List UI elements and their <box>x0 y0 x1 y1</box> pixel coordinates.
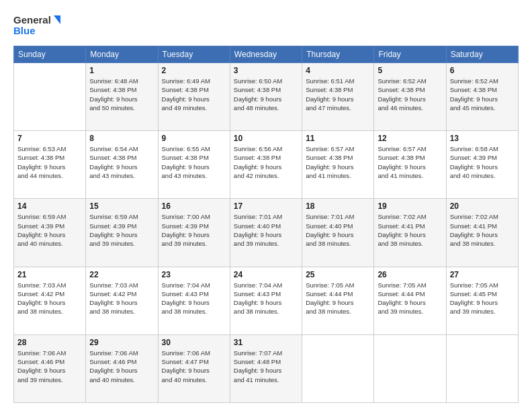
day-number: 30 <box>162 338 226 347</box>
day-number: 24 <box>234 270 298 279</box>
svg-marker-2 <box>54 15 60 24</box>
day-number: 31 <box>234 338 298 347</box>
day-number: 5 <box>378 66 442 75</box>
day-number: 1 <box>89 66 154 75</box>
calendar-cell: 9Sunrise: 6:55 AM Sunset: 4:38 PM Daylig… <box>158 131 230 199</box>
calendar-cell: 4Sunrise: 6:51 AM Sunset: 4:38 PM Daylig… <box>302 63 374 131</box>
day-info: Sunrise: 7:06 AM Sunset: 4:46 PM Dayligh… <box>89 349 154 384</box>
day-info: Sunrise: 7:06 AM Sunset: 4:46 PM Dayligh… <box>17 349 82 384</box>
calendar-cell <box>446 334 518 402</box>
weekday-wednesday: Wednesday <box>230 46 302 63</box>
day-info: Sunrise: 7:06 AM Sunset: 4:47 PM Dayligh… <box>162 349 226 384</box>
week-row-4: 21Sunrise: 7:03 AM Sunset: 4:42 PM Dayli… <box>14 267 519 334</box>
day-number: 3 <box>234 66 298 75</box>
calendar-cell: 13Sunrise: 6:58 AM Sunset: 4:39 PM Dayli… <box>446 131 518 199</box>
calendar-cell: 25Sunrise: 7:05 AM Sunset: 4:44 PM Dayli… <box>302 267 374 334</box>
day-number: 11 <box>306 134 370 143</box>
day-info: Sunrise: 6:58 AM Sunset: 4:39 PM Dayligh… <box>450 144 515 180</box>
weekday-sunday: Sunday <box>14 46 86 63</box>
calendar-cell: 15Sunrise: 6:59 AM Sunset: 4:39 PM Dayli… <box>86 199 158 267</box>
calendar-cell: 17Sunrise: 7:01 AM Sunset: 4:40 PM Dayli… <box>230 199 302 267</box>
calendar-cell: 16Sunrise: 7:00 AM Sunset: 4:39 PM Dayli… <box>158 199 230 267</box>
day-info: Sunrise: 7:00 AM Sunset: 4:39 PM Dayligh… <box>162 212 226 248</box>
day-info: Sunrise: 6:53 AM Sunset: 4:38 PM Dayligh… <box>17 144 82 180</box>
day-number: 20 <box>450 201 515 211</box>
day-number: 4 <box>306 66 370 75</box>
day-number: 14 <box>17 201 82 211</box>
day-info: Sunrise: 6:50 AM Sunset: 4:38 PM Dayligh… <box>234 77 298 112</box>
weekday-tuesday: Tuesday <box>158 46 230 63</box>
calendar-cell: 22Sunrise: 7:03 AM Sunset: 4:42 PM Dayli… <box>86 267 158 334</box>
day-number: 21 <box>17 270 82 279</box>
day-info: Sunrise: 7:05 AM Sunset: 4:44 PM Dayligh… <box>378 281 442 316</box>
calendar-cell: 14Sunrise: 6:59 AM Sunset: 4:39 PM Dayli… <box>14 199 86 267</box>
day-number: 6 <box>450 66 515 75</box>
svg-text:General: General <box>13 14 51 26</box>
week-row-3: 14Sunrise: 6:59 AM Sunset: 4:39 PM Dayli… <box>14 199 519 267</box>
day-info: Sunrise: 6:57 AM Sunset: 4:38 PM Dayligh… <box>306 144 370 180</box>
day-info: Sunrise: 6:52 AM Sunset: 4:38 PM Dayligh… <box>378 77 442 112</box>
calendar-cell: 30Sunrise: 7:06 AM Sunset: 4:47 PM Dayli… <box>158 334 230 402</box>
day-info: Sunrise: 7:04 AM Sunset: 4:43 PM Dayligh… <box>234 281 298 316</box>
day-info: Sunrise: 7:05 AM Sunset: 4:45 PM Dayligh… <box>450 281 515 316</box>
calendar-cell: 20Sunrise: 7:02 AM Sunset: 4:41 PM Dayli… <box>446 199 518 267</box>
day-info: Sunrise: 6:48 AM Sunset: 4:38 PM Dayligh… <box>89 77 154 112</box>
calendar-cell: 31Sunrise: 7:07 AM Sunset: 4:48 PM Dayli… <box>230 334 302 402</box>
day-info: Sunrise: 7:02 AM Sunset: 4:41 PM Dayligh… <box>378 212 442 248</box>
header: General Blue <box>13 12 519 39</box>
day-number: 10 <box>234 134 298 143</box>
day-info: Sunrise: 6:59 AM Sunset: 4:39 PM Dayligh… <box>89 212 154 248</box>
calendar-cell: 12Sunrise: 6:57 AM Sunset: 4:38 PM Dayli… <box>374 131 446 199</box>
weekday-thursday: Thursday <box>302 46 374 63</box>
day-number: 29 <box>89 338 154 347</box>
week-row-1: 1Sunrise: 6:48 AM Sunset: 4:38 PM Daylig… <box>14 63 519 131</box>
day-number: 25 <box>306 270 370 279</box>
day-number: 23 <box>162 270 226 279</box>
calendar-table: SundayMondayTuesdayWednesdayThursdayFrid… <box>13 46 519 403</box>
day-info: Sunrise: 7:02 AM Sunset: 4:41 PM Dayligh… <box>450 212 515 248</box>
calendar-body: 1Sunrise: 6:48 AM Sunset: 4:38 PM Daylig… <box>14 63 519 403</box>
day-number: 17 <box>234 201 298 211</box>
calendar-cell: 7Sunrise: 6:53 AM Sunset: 4:38 PM Daylig… <box>14 131 86 199</box>
calendar-cell: 2Sunrise: 6:49 AM Sunset: 4:38 PM Daylig… <box>158 63 230 131</box>
day-info: Sunrise: 7:01 AM Sunset: 4:40 PM Dayligh… <box>306 212 370 248</box>
logo-svg: General Blue <box>13 12 60 39</box>
calendar-cell: 3Sunrise: 6:50 AM Sunset: 4:38 PM Daylig… <box>230 63 302 131</box>
calendar-cell: 27Sunrise: 7:05 AM Sunset: 4:45 PM Dayli… <box>446 267 518 334</box>
day-number: 2 <box>162 66 226 75</box>
day-number: 16 <box>162 201 226 211</box>
day-number: 7 <box>17 134 82 143</box>
calendar-cell <box>374 334 446 402</box>
day-number: 15 <box>89 201 154 211</box>
svg-text:Blue: Blue <box>13 25 36 36</box>
day-info: Sunrise: 6:52 AM Sunset: 4:38 PM Dayligh… <box>450 77 515 112</box>
day-info: Sunrise: 7:04 AM Sunset: 4:43 PM Dayligh… <box>162 281 226 316</box>
calendar-cell: 29Sunrise: 7:06 AM Sunset: 4:46 PM Dayli… <box>86 334 158 402</box>
calendar-cell: 5Sunrise: 6:52 AM Sunset: 4:38 PM Daylig… <box>374 63 446 131</box>
day-info: Sunrise: 6:55 AM Sunset: 4:38 PM Dayligh… <box>162 144 226 180</box>
day-number: 28 <box>17 338 82 347</box>
day-number: 19 <box>378 201 442 211</box>
week-row-5: 28Sunrise: 7:06 AM Sunset: 4:46 PM Dayli… <box>14 334 519 402</box>
day-info: Sunrise: 7:05 AM Sunset: 4:44 PM Dayligh… <box>306 281 370 316</box>
calendar-cell: 10Sunrise: 6:56 AM Sunset: 4:38 PM Dayli… <box>230 131 302 199</box>
calendar-cell: 24Sunrise: 7:04 AM Sunset: 4:43 PM Dayli… <box>230 267 302 334</box>
calendar-cell: 26Sunrise: 7:05 AM Sunset: 4:44 PM Dayli… <box>374 267 446 334</box>
day-number: 8 <box>89 134 154 143</box>
day-info: Sunrise: 7:01 AM Sunset: 4:40 PM Dayligh… <box>234 212 298 248</box>
logo: General Blue <box>13 12 60 39</box>
calendar-page: General Blue SundayMondayTuesdayWednesda… <box>0 0 532 411</box>
day-info: Sunrise: 6:51 AM Sunset: 4:38 PM Dayligh… <box>306 77 370 112</box>
calendar-cell: 18Sunrise: 7:01 AM Sunset: 4:40 PM Dayli… <box>302 199 374 267</box>
calendar-cell: 11Sunrise: 6:57 AM Sunset: 4:38 PM Dayli… <box>302 131 374 199</box>
day-info: Sunrise: 6:59 AM Sunset: 4:39 PM Dayligh… <box>17 212 82 248</box>
calendar-cell: 1Sunrise: 6:48 AM Sunset: 4:38 PM Daylig… <box>86 63 158 131</box>
day-number: 22 <box>89 270 154 279</box>
day-number: 13 <box>450 134 515 143</box>
day-number: 12 <box>378 134 442 143</box>
day-info: Sunrise: 6:49 AM Sunset: 4:38 PM Dayligh… <box>162 77 226 112</box>
calendar-cell: 6Sunrise: 6:52 AM Sunset: 4:38 PM Daylig… <box>446 63 518 131</box>
day-info: Sunrise: 7:07 AM Sunset: 4:48 PM Dayligh… <box>234 349 298 384</box>
weekday-monday: Monday <box>86 46 158 63</box>
day-number: 26 <box>378 270 442 279</box>
